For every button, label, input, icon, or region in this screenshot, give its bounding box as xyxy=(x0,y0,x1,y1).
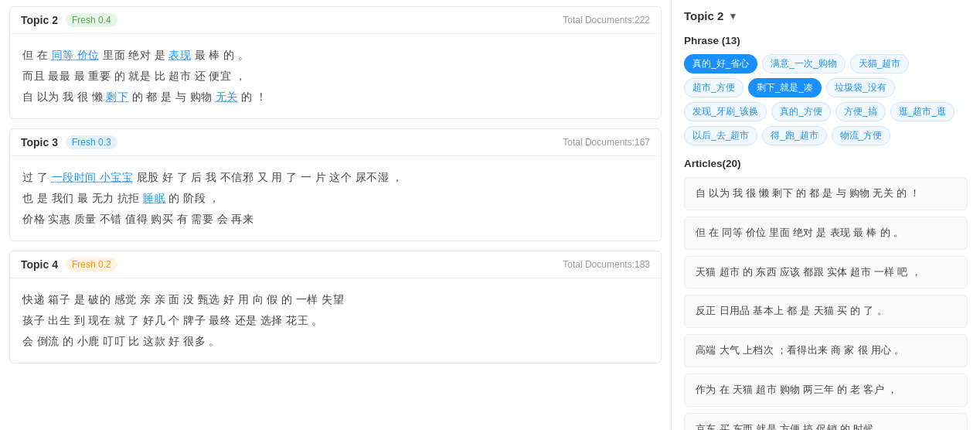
topic-selector-label: Topic 2 xyxy=(684,9,723,22)
topic-total: Total Documents:222 xyxy=(563,15,650,26)
phrase-tag[interactable]: 发现_牙刷_该换 xyxy=(684,102,767,121)
article-item[interactable]: 自 以为 我 很 懒 剩下 的 都 是 与 购物 无关 的 ！ xyxy=(684,177,968,210)
highlight-text: 睡眠 xyxy=(143,193,165,204)
highlight-text: 表现 xyxy=(168,49,191,61)
content-line: 快递 箱子 是 破的 感觉 亲 亲 面 没 甄选 好 用 向 假 的 一样 失望 xyxy=(22,289,648,310)
topic-content: 但 在 同等 价位 里面 绝对 是 表现 最 棒 的 。而且 最最 最 重要 的… xyxy=(10,34,661,118)
phrase-tag[interactable]: 超市_方便 xyxy=(684,78,744,97)
topic-total: Total Documents:167 xyxy=(563,137,650,148)
phrase-tag[interactable]: 真的_好_省心 xyxy=(684,54,757,73)
highlight-text: 无关 xyxy=(216,91,238,103)
highlight-text: 同等 价位 xyxy=(52,49,100,61)
phrase-tag[interactable]: 真的_方便 xyxy=(771,102,831,121)
fresh-badge: Fresh 0.4 xyxy=(66,13,117,27)
right-panel: Topic 2 ▼ Phrase (13) 真的_好_省心满意_一次_购物天猫_… xyxy=(671,0,980,430)
topic-title: Topic 2 xyxy=(21,14,58,26)
content-line: 而且 最最 最 重要 的 就是 比 超市 还 便宜 ， xyxy=(22,66,648,87)
phrase-tag[interactable]: 满意_一次_购物 xyxy=(762,54,845,73)
phrase-tag[interactable]: 以后_去_超市 xyxy=(684,126,757,145)
article-item[interactable]: 作为 在 天猫 超市 购物 两三年 的 老 客户 ， xyxy=(684,374,968,407)
topic-selector[interactable]: Topic 2 ▼ xyxy=(684,9,968,22)
topic-title: Topic 4 xyxy=(21,258,58,271)
topic-header: Topic 3Fresh 0.3Total Documents:167 xyxy=(10,129,661,156)
article-item[interactable]: 反正 日用品 基本上 都 是 天猫 买 的 了 。 xyxy=(684,295,968,328)
topic-header-left: Topic 2Fresh 0.4 xyxy=(21,13,117,27)
topic-card: Topic 3Fresh 0.3Total Documents:167过 了 一… xyxy=(9,128,662,241)
topic-header: Topic 4Fresh 0.2Total Documents:183 xyxy=(10,251,661,278)
chevron-down-icon[interactable]: ▼ xyxy=(728,11,737,22)
articles-section-title: Articles(20) xyxy=(684,158,968,169)
articles-list: 自 以为 我 很 懒 剩下 的 都 是 与 购物 无关 的 ！但 在 同等 价位… xyxy=(684,177,968,430)
content-line: 孩子 出生 到 现在 就 了 好几 个 牌子 最终 还是 选择 花王 。 xyxy=(22,310,648,331)
content-line: 但 在 同等 价位 里面 绝对 是 表现 最 棒 的 。 xyxy=(22,45,648,66)
phrase-tag[interactable]: 得_跑_超市 xyxy=(762,126,826,145)
topic-total: Total Documents:183 xyxy=(563,259,650,270)
article-item[interactable]: 京东 买 东西 就是 方便 搞 促销 的 时候 ， xyxy=(684,413,968,430)
topic-card: Topic 4Fresh 0.2Total Documents:183快递 箱子… xyxy=(9,251,662,363)
phrase-tag[interactable]: 方便_搞 xyxy=(835,102,886,121)
phrase-container: 真的_好_省心满意_一次_购物天猫_超市超市_方便剩下_就是_凑垃圾袋_没有发现… xyxy=(684,54,968,145)
article-item[interactable]: 但 在 同等 价位 里面 绝对 是 表现 最 棒 的 。 xyxy=(684,217,968,250)
content-line: 会 倒流 的 小鹿 叮叮 比 这款 好 很多 。 xyxy=(22,331,648,352)
fresh-badge: Fresh 0.3 xyxy=(66,135,117,149)
article-item[interactable]: 天猫 超市 的 东西 应该 都跟 实体 超市 一样 吧 ， xyxy=(684,256,968,289)
topic-header-left: Topic 4Fresh 0.2 xyxy=(21,258,117,271)
topic-title: Topic 3 xyxy=(21,136,58,148)
phrase-tag[interactable]: 逛_超市_逛 xyxy=(890,102,954,121)
left-panel: Topic 2Fresh 0.4Total Documents:222但 在 同… xyxy=(0,0,671,430)
phrase-section-title: Phrase (13) xyxy=(684,35,968,46)
topic-content: 过 了 一段时间 小宝宝 屁股 好 了 后 我 不信邪 又 用 了 一 片 这个… xyxy=(10,156,661,241)
content-line: 过 了 一段时间 小宝宝 屁股 好 了 后 我 不信邪 又 用 了 一 片 这个… xyxy=(22,167,648,188)
topic-content: 快递 箱子 是 破的 感觉 亲 亲 面 没 甄选 好 用 向 假 的 一样 失望… xyxy=(10,278,661,363)
highlight-text: 剩下 xyxy=(106,91,128,103)
phrase-tag[interactable]: 垃圾袋_没有 xyxy=(826,78,895,97)
phrase-tag[interactable]: 天猫_超市 xyxy=(850,54,910,73)
phrase-tag[interactable]: 物流_方便 xyxy=(832,126,891,145)
topic-header: Topic 2Fresh 0.4Total Documents:222 xyxy=(10,7,661,34)
topic-card: Topic 2Fresh 0.4Total Documents:222但 在 同… xyxy=(9,6,662,119)
fresh-badge: Fresh 0.2 xyxy=(66,258,117,271)
article-item[interactable]: 高端 大气 上档次 ；看得出来 商 家 很 用心 。 xyxy=(684,334,968,367)
content-line: 也 是 我们 最 无力 抗拒 睡眠 的 阶段 ， xyxy=(22,188,648,209)
topic-header-left: Topic 3Fresh 0.3 xyxy=(21,135,117,149)
content-line: 价格 实惠 质量 不错 值得 购买 有 需要 会 再来 xyxy=(22,209,648,230)
content-line: 自 以为 我 很 懒 剩下 的 都 是 与 购物 无关 的 ！ xyxy=(22,87,648,108)
highlight-text: 一段时间 小宝宝 xyxy=(52,172,134,183)
phrase-tag[interactable]: 剩下_就是_凑 xyxy=(748,78,822,97)
